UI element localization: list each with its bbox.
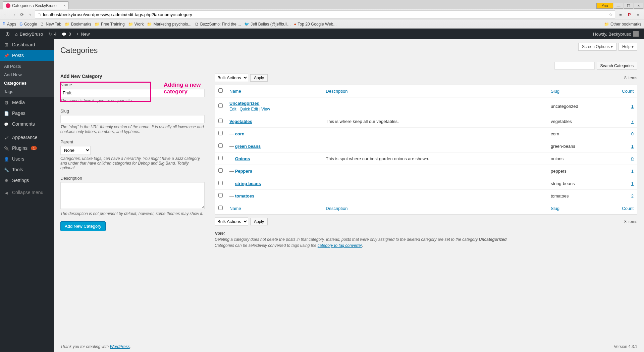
maximize-button[interactable]: ☐ [624, 3, 633, 9]
row-checkbox[interactable] [218, 143, 223, 148]
back-button[interactable]: ← [3, 11, 9, 17]
adminbar-comments[interactable]: 0 [59, 29, 73, 39]
sidebar-sub-allposts[interactable]: All Posts [0, 62, 54, 71]
reload-button[interactable]: ⟳ [19, 11, 25, 17]
bookmark-google[interactable]: GGoogle [19, 22, 37, 27]
help-button[interactable]: Help ▾ [619, 43, 637, 51]
bulk-actions-select-top[interactable]: Bulk Actions [215, 74, 248, 82]
adminbar-wp-icon[interactable] [3, 29, 12, 39]
apps-button[interactable]: ⠿Apps [3, 22, 16, 27]
row-checkbox[interactable] [218, 168, 223, 173]
adminbar-site[interactable]: BeckyBruso [12, 29, 46, 39]
bookmark-work[interactable]: 📁Work [128, 22, 144, 27]
tf-count[interactable]: Count [617, 202, 637, 215]
url-input[interactable] [43, 12, 607, 17]
sidebar-collapse[interactable]: Collapse menu [0, 187, 54, 198]
you-badge[interactable]: You [596, 3, 613, 9]
sidebar-item-tools[interactable]: Tools [0, 164, 54, 175]
row-action-view[interactable]: View [261, 107, 270, 112]
adminbar-howdy[interactable]: Howdy, Beckybruso [590, 29, 641, 39]
add-category-button[interactable]: Add New Category [60, 221, 106, 231]
row-title-link[interactable]: Vegetables [229, 119, 252, 124]
search-button[interactable]: Search Categories [597, 62, 637, 70]
row-checkbox[interactable] [218, 181, 223, 185]
row-action-quickedit[interactable]: Quick Edit [240, 107, 258, 112]
sidebar-item-appearance[interactable]: Appearance [0, 132, 54, 143]
bookmark-buzzsumo[interactable]: 🗋BuzzSumo: Find the ... [195, 22, 241, 27]
bookmark-top20[interactable]: ●Top 20 Google Web... [294, 22, 336, 27]
sidebar-item-comments[interactable]: Comments [0, 119, 54, 129]
apply-button-top[interactable]: Apply [250, 74, 268, 82]
sidebar-item-settings[interactable]: Settings [0, 175, 54, 186]
row-title-link[interactable]: green beans [235, 144, 261, 149]
count-link[interactable]: 0 [631, 131, 634, 136]
other-bookmarks[interactable]: 📁Other bookmarks [604, 22, 641, 27]
sidebar-sub-addnew[interactable]: Add New [0, 71, 54, 79]
desc-textarea[interactable] [60, 182, 205, 209]
screen-options-button[interactable]: Screen Options ▾ [578, 43, 616, 51]
bookmark-jeffbullas[interactable]: 🐦Jeff Bullas (@jeffbull... [244, 22, 290, 27]
th-name[interactable]: Name [226, 85, 322, 97]
th-slug[interactable]: Slug [547, 85, 617, 97]
wp-sidebar: Dashboard Posts All Posts Add New Catego… [0, 39, 54, 352]
sidebar-sub-tags[interactable]: Tags [0, 87, 54, 96]
row-checkbox[interactable] [218, 119, 223, 123]
adminbar-updates[interactable]: 4 [46, 29, 59, 39]
adminbar-new[interactable]: New [74, 29, 93, 39]
sidebar-item-plugins[interactable]: Plugins1 [0, 143, 54, 153]
bulk-actions-select-bottom[interactable]: Bulk Actions [215, 217, 248, 226]
count-link[interactable]: 2 [631, 193, 634, 199]
row-title-link[interactable]: tomatoes [235, 193, 255, 199]
row-checkbox[interactable] [218, 103, 223, 108]
close-window-button[interactable]: × [634, 3, 643, 9]
ext-buffer-icon[interactable]: ≡ [617, 11, 624, 18]
tab-close-icon[interactable]: × [63, 3, 66, 8]
tf-slug[interactable]: Slug [547, 202, 617, 215]
count-link[interactable]: 1 [631, 144, 634, 149]
th-description[interactable]: Description [322, 85, 547, 97]
row-title-link[interactable]: Peppers [235, 169, 252, 174]
sidebar-item-posts[interactable]: Posts [0, 50, 54, 61]
row-title-link[interactable]: string beans [235, 181, 261, 186]
minimize-button[interactable]: — [614, 3, 623, 9]
count-link[interactable]: 1 [631, 104, 634, 109]
count-link[interactable]: 1 [631, 181, 634, 186]
tf-description[interactable]: Description [322, 202, 547, 215]
row-checkbox[interactable] [218, 193, 223, 197]
sidebar-sub-categories[interactable]: Categories [0, 79, 54, 87]
row-action-edit[interactable]: Edit [229, 107, 236, 112]
sidebar-item-pages[interactable]: Pages [0, 108, 54, 119]
url-bar[interactable]: 🗋 ☆ [35, 10, 615, 18]
th-count[interactable]: Count [617, 85, 637, 97]
select-all-bottom[interactable] [218, 206, 223, 210]
apply-button-bottom[interactable]: Apply [250, 218, 268, 225]
select-all-top[interactable] [218, 88, 223, 93]
row-title-link[interactable]: Onions [235, 156, 250, 161]
sidebar-item-dashboard[interactable]: Dashboard [0, 39, 54, 50]
count-link[interactable]: 0 [631, 156, 634, 161]
home-button[interactable]: ⌂ [27, 11, 33, 17]
footer-wp-link[interactable]: WordPress [110, 344, 129, 349]
bookmark-freetraining[interactable]: 📁Free Training [95, 22, 125, 27]
converter-link[interactable]: category to tag converter [318, 243, 362, 248]
search-input[interactable] [554, 62, 595, 70]
browser-tab[interactable]: Categories ‹ BeckyBruso — × [3, 1, 69, 9]
sidebar-item-media[interactable]: Media [0, 97, 54, 108]
row-checkbox[interactable] [218, 131, 223, 135]
row-title-link[interactable]: corn [235, 131, 245, 136]
chrome-menu-icon[interactable]: ≡ [635, 11, 641, 18]
forward-button[interactable]: → [11, 11, 17, 17]
bookmark-bookmarks[interactable]: 📁Bookmarks [65, 22, 91, 27]
bookmark-newtab[interactable]: 🗋New Tab [40, 22, 61, 27]
sidebar-item-users[interactable]: Users [0, 153, 54, 164]
count-link[interactable]: 7 [631, 119, 634, 124]
ext-pinterest-icon[interactable]: P [626, 11, 633, 18]
bookmark-marketing[interactable]: 📁Marketing psycholo... [147, 22, 191, 27]
slug-input[interactable] [60, 115, 205, 123]
count-link[interactable]: 1 [631, 169, 634, 174]
bookmark-star-icon[interactable]: ☆ [609, 12, 613, 17]
parent-select[interactable]: None [60, 146, 91, 155]
tf-name[interactable]: Name [226, 202, 322, 215]
row-checkbox[interactable] [218, 156, 223, 160]
row-title-link[interactable]: Uncategorized [229, 101, 260, 106]
